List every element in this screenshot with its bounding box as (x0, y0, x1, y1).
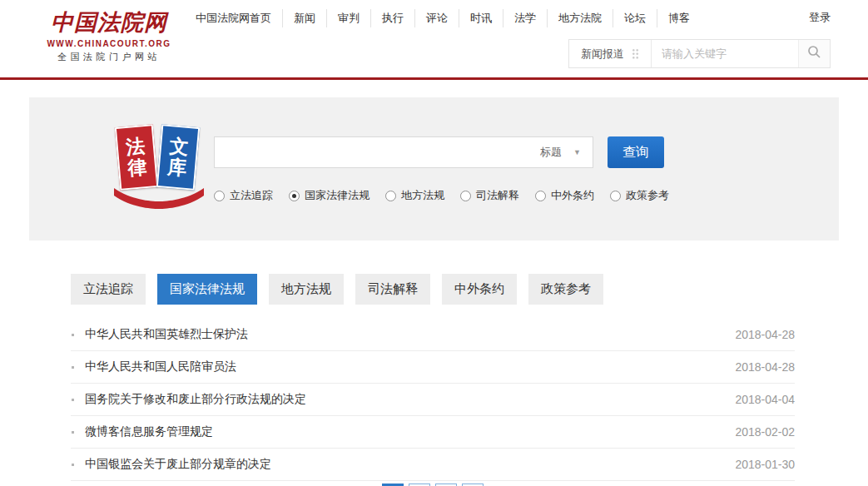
law-date: 2018-04-04 (735, 393, 795, 406)
nav-item[interactable]: 法学 (503, 9, 548, 27)
radio-option[interactable]: 司法解释 (460, 188, 519, 203)
nav-item[interactable]: 中国法院网首页 (185, 9, 283, 27)
bullet-icon (72, 334, 74, 336)
radio-option[interactable]: 政策参考 (610, 188, 669, 203)
radio-label: 地方法规 (401, 188, 444, 203)
bullet-icon (72, 399, 74, 401)
header-search-button[interactable] (798, 40, 830, 67)
law-search-input-box: 标题 ▼ (214, 136, 593, 168)
top-nav: 中国法院网首页 新闻 审判 执行 评论 时讯 法学 (185, 9, 701, 27)
law-title: 中华人民共和国人民陪审员法 (85, 360, 718, 374)
news-category-label: 新闻报道 (581, 47, 624, 62)
radio-option[interactable]: 国家法律法规 (289, 188, 370, 203)
nav-item[interactable]: 地方法院 (548, 9, 613, 27)
category-radio-group: 立法追踪 国家法律法规 地方法规 司法解释 (214, 188, 685, 203)
site-logo-url: WWW.CHINACOURT.ORG (43, 39, 175, 48)
login-button[interactable]: 登录 (809, 10, 831, 25)
nav-item-label: 执行 (382, 12, 404, 24)
radio-circle (535, 191, 546, 201)
tab-label: 政策参考 (541, 281, 591, 295)
nav-item-label: 中国法院网首页 (196, 12, 271, 24)
tab[interactable]: 立法追踪 (71, 274, 146, 305)
list-item[interactable]: 国务院关于修改和废止部分行政法规的决定 2018-04-04 (71, 384, 795, 416)
main-content: 立法追踪 国家法律法规 地方法规 司法解释 中外条约 政策参考 (71, 274, 795, 486)
tab-label: 地方法规 (281, 281, 331, 295)
law-date: 2018-04-28 (735, 328, 795, 341)
radio-label: 政策参考 (626, 188, 669, 203)
site-header: 中国法院网 WWW.CHINACOURT.ORG 全国法院门户网站 中国法院网首… (0, 0, 868, 80)
tab[interactable]: 中外条约 (442, 274, 517, 305)
search-icon (807, 45, 821, 62)
tab[interactable]: 政策参考 (528, 274, 603, 305)
nav-item-label: 时讯 (470, 12, 492, 24)
radio-circle (385, 191, 396, 201)
radio-circle (460, 191, 471, 201)
law-library-logo-red: 法律 (115, 124, 158, 191)
law-date: 2018-04-28 (735, 360, 795, 374)
nav-item[interactable]: 时讯 (459, 9, 503, 27)
tab[interactable]: 国家法律法规 (157, 274, 257, 305)
radio-option[interactable]: 中外条约 (535, 188, 594, 203)
nav-item-label: 审判 (338, 12, 360, 24)
nav-item-label: 地方法院 (558, 12, 602, 24)
nav-item[interactable]: 新闻 (283, 9, 327, 27)
list-item[interactable]: 微博客信息服务管理规定 2018-02-02 (71, 416, 795, 449)
law-date: 2018-01-30 (735, 458, 795, 471)
radio-label: 司法解释 (476, 188, 519, 203)
header-search-input[interactable] (652, 40, 798, 67)
law-search-form: 标题 ▼ 查询 立法追踪 国家法律法规 地方法 (214, 136, 685, 203)
radio-option[interactable]: 地方法规 (385, 188, 444, 203)
tab-label: 司法解释 (368, 281, 418, 295)
nav-item-label: 论坛 (624, 12, 646, 24)
bullet-icon (72, 464, 74, 466)
tab-label: 中外条约 (454, 281, 504, 295)
tab-label: 立法追踪 (83, 281, 133, 295)
law-title: 中国银监会关于废止部分规章的决定 (85, 457, 718, 472)
bullet-icon (72, 431, 74, 434)
field-selector-label: 标题 (540, 145, 562, 160)
law-search-input[interactable] (215, 137, 528, 167)
nav-item-label: 法学 (514, 12, 536, 24)
tab[interactable]: 司法解释 (355, 274, 430, 305)
nav-item[interactable]: 审判 (327, 9, 371, 27)
law-library-logo: 法律 文库 (112, 126, 206, 212)
list-item[interactable]: 中国银监会关于废止部分规章的决定 2018-01-30 (71, 449, 795, 481)
chevron-down-icon: ▼ (573, 148, 581, 156)
site-logo[interactable]: 中国法院网 WWW.CHINACOURT.ORG 全国法院门户网站 (43, 7, 175, 63)
law-date: 2018-02-02 (735, 425, 795, 439)
law-title: 中华人民共和国英雄烈士保护法 (85, 327, 718, 342)
nav-item[interactable]: 博客 (657, 9, 701, 27)
bullet-icon (72, 366, 74, 369)
radio-circle (289, 191, 300, 201)
query-button[interactable]: 查询 (608, 136, 664, 168)
law-title: 国务院关于修改和废止部分行政法规的决定 (85, 392, 718, 407)
law-library-panel: 法律 文库 标题 ▼ 查询 立法追踪 (29, 97, 839, 241)
tab[interactable]: 地方法规 (269, 274, 344, 305)
nav-item[interactable]: 评论 (415, 9, 459, 27)
list-item[interactable]: 中华人民共和国英雄烈士保护法 2018-04-28 (71, 319, 795, 351)
radio-option[interactable]: 立法追踪 (214, 188, 273, 203)
radio-circle (214, 191, 225, 201)
nav-item[interactable]: 执行 (371, 9, 415, 27)
nav-item-label: 博客 (668, 12, 690, 24)
field-selector[interactable]: 标题 ▼ (528, 137, 593, 167)
radio-label: 国家法律法规 (305, 188, 370, 203)
news-category-selector[interactable]: 新闻报道 (569, 40, 652, 67)
list-item[interactable]: 中华人民共和国人民陪审员法 2018-04-28 (71, 351, 795, 384)
radio-label: 立法追踪 (230, 188, 273, 203)
law-title: 微博客信息服务管理规定 (85, 424, 718, 439)
site-logo-title: 中国法院网 (43, 7, 175, 37)
nav-item-label: 评论 (426, 12, 448, 24)
grid-dots-icon (632, 48, 639, 59)
nav-item-label: 新闻 (294, 12, 315, 24)
category-tabs: 立法追踪 国家法律法规 地方法规 司法解释 中外条约 政策参考 (71, 274, 795, 305)
law-library-logo-blue: 文库 (156, 124, 200, 191)
law-list: 中华人民共和国英雄烈士保护法 2018-04-28 中华人民共和国人民陪审员法 … (71, 319, 795, 481)
site-logo-subtitle: 全国法院门户网站 (43, 51, 175, 63)
nav-item[interactable]: 论坛 (613, 9, 657, 27)
tab-label: 国家法律法规 (170, 281, 245, 295)
header-search-bar: 新闻报道 (568, 39, 831, 68)
radio-circle (610, 191, 621, 201)
open-book-icon (112, 186, 206, 212)
radio-label: 中外条约 (551, 188, 594, 203)
